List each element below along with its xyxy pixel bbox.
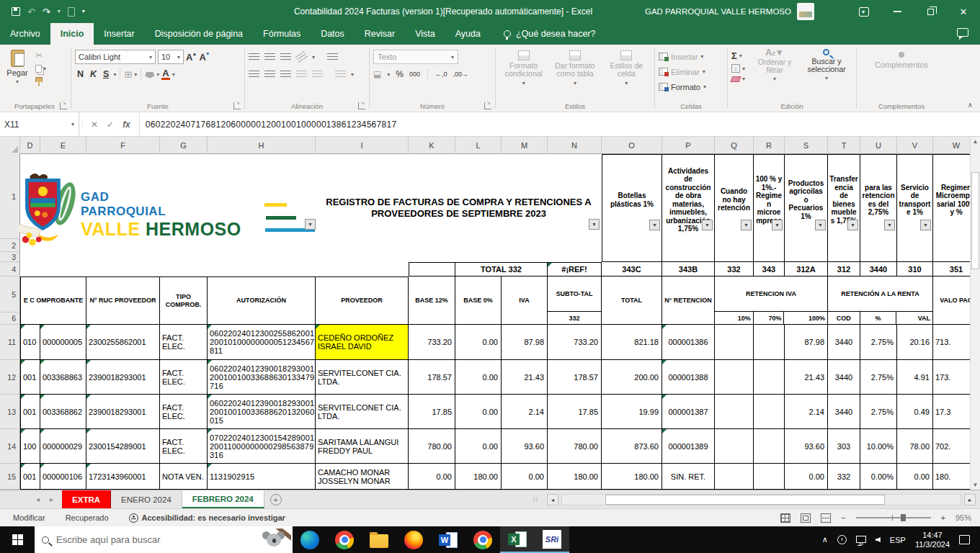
header-ruc[interactable]: Nº RUC PROVEEDOR [86, 276, 160, 325]
formula-input[interactable]: 0602202407176812060000012001001000001386… [140, 112, 980, 136]
header-10pct[interactable]: 10% [715, 312, 754, 324]
filter-dropdown-icon[interactable]: ▼ [772, 220, 783, 230]
header-proveedor[interactable]: PROVEEDOR [316, 276, 409, 325]
number-dialog-launcher-icon[interactable] [484, 102, 491, 109]
cut-button[interactable]: ✂ [35, 50, 46, 60]
cell-Q13[interactable] [715, 395, 754, 429]
sheet-tab-febrero[interactable]: FEBRERO 2024 [182, 490, 264, 508]
cell-S13[interactable]: 2.14 [785, 395, 828, 429]
taskbar-clock[interactable]: 14:47 11/3/2024 [915, 531, 950, 549]
column-header-U[interactable]: U [860, 137, 897, 154]
filter-dropdown-icon[interactable]: ▼ [649, 220, 660, 230]
account-area[interactable]: GAD PARROQUIAL VALLE HERMOSO [645, 0, 814, 23]
header-iva[interactable]: IVA [502, 276, 548, 325]
italic-button[interactable]: K [88, 69, 99, 79]
cell-M15[interactable]: 0.00 [502, 464, 548, 490]
align-center-icon[interactable] [264, 71, 275, 78]
name-box-dropdown-icon[interactable]: ▾ [71, 121, 74, 127]
column-header-I[interactable]: I [316, 137, 409, 154]
header-70pct[interactable]: 70% [754, 312, 785, 324]
format-cells-button[interactable]: Formato▾ [659, 79, 723, 94]
cell-K13[interactable]: 17.85 [409, 395, 455, 429]
row-header-13[interactable]: 13 [0, 395, 20, 429]
cell-M14[interactable]: 93.60 [502, 429, 548, 464]
header-tipo[interactable]: TIPO COMPROB. [160, 276, 208, 325]
cell-F12[interactable]: 2390018293001 [86, 360, 160, 395]
column-header-G[interactable]: G [160, 137, 208, 154]
language-indicator[interactable]: ESP [890, 536, 906, 544]
align-top-icon[interactable] [249, 53, 259, 60]
cell-D13[interactable]: 001 [20, 395, 40, 429]
align-middle-icon[interactable] [264, 53, 275, 60]
filter-dropdown-icon[interactable]: ▼ [920, 220, 931, 230]
koala-image[interactable] [255, 529, 291, 551]
taskbar-search-input[interactable]: Escribe aquí para buscar [35, 526, 293, 553]
cell-U13[interactable]: 2.75% [860, 395, 897, 429]
cell-I12[interactable]: SERVITELCONET CIA. LTDA. [316, 360, 409, 395]
horizontal-scrollbar-thumb[interactable] [605, 495, 885, 505]
cell-S15[interactable]: 0.00 [785, 464, 828, 490]
find-select-button[interactable]: Buscar y seleccionar▾ [801, 49, 852, 100]
cell-D12[interactable]: 001 [20, 360, 40, 395]
row-header-1[interactable]: 1 [0, 154, 20, 239]
header-agricolas[interactable]: Productos agricoilas o Pecuarios 1%▼ [785, 154, 828, 262]
vertical-scrollbar-thumb[interactable] [971, 172, 979, 269]
underline-button[interactable]: S [101, 69, 111, 79]
header-base0[interactable]: BASE 0% [455, 276, 502, 325]
cell-V15[interactable]: 0.00 [897, 464, 933, 490]
new-sheet-button[interactable]: + [270, 494, 282, 505]
cell-T4[interactable]: 312 [828, 262, 860, 276]
copy-button[interactable]: ▾ [35, 63, 46, 73]
header-num-retencion[interactable]: N° RETENCION [662, 276, 715, 325]
delete-cells-button[interactable]: Eliminar▾ [659, 64, 723, 79]
autosum-button[interactable]: Σ▾ [731, 50, 745, 61]
sheet-tab-extra[interactable]: EXTRA [62, 490, 111, 508]
cell-L11[interactable]: 0.00 [455, 325, 502, 360]
tab-ayuda[interactable]: Ayuda [445, 23, 491, 45]
cell-P11[interactable]: 000001386 [662, 325, 715, 360]
cell-R4[interactable]: 343 [754, 262, 785, 276]
tab-splitter-handle[interactable]: ⁞⁞ [533, 496, 538, 503]
header-construccion[interactable]: Actividades de construcción de obra mate… [662, 154, 715, 262]
taskbar-edge-button[interactable] [293, 526, 327, 553]
cell-S4[interactable]: 312A [785, 262, 828, 276]
cell-E12[interactable]: 003368863 [40, 360, 86, 395]
borders-icon[interactable]: ⊞ [124, 69, 132, 80]
zoom-out-icon[interactable]: − [841, 513, 845, 522]
accessibility-status[interactable]: Accesibilidad: es necesario investigar [129, 513, 285, 523]
tab-archivo[interactable]: Archivo [0, 23, 50, 45]
cell-G13[interactable]: FACT. ELEC. [160, 395, 208, 429]
column-header-S[interactable]: S [785, 137, 828, 154]
collapse-ribbon-icon[interactable]: ∧ [968, 101, 973, 109]
cell-P14[interactable]: 000001389 [662, 429, 715, 464]
column-header-M[interactable]: M [502, 137, 548, 154]
cell-S11[interactable]: 87.98 [785, 325, 828, 360]
cell-U12[interactable]: 2.75% [860, 360, 897, 395]
close-button[interactable]: ✕ [947, 0, 980, 23]
tray-clock-icon[interactable] [837, 535, 847, 544]
column-header-F[interactable]: F [86, 137, 160, 154]
cell-H14[interactable]: 0702202401230015428900120011000000000298… [208, 429, 316, 464]
cell-I13[interactable]: SERVITELCONET CIA. LTDA. [316, 395, 409, 429]
header-transporte[interactable]: Servicio de transporte 1%▼ [897, 154, 933, 262]
cell-U4[interactable]: 3440 [860, 262, 897, 276]
vertical-scrollbar[interactable]: ▲ ▼ [970, 137, 980, 490]
zoom-slider-thumb[interactable] [901, 514, 906, 521]
cell-K12[interactable]: 178.57 [409, 360, 455, 395]
cell-N13[interactable]: 17.85 [548, 395, 602, 429]
sheet-nav-right-icon[interactable]: ▸ [50, 495, 53, 503]
horizontal-scrollbar[interactable] [561, 494, 961, 505]
cell-V11[interactable]: 20.16 [897, 325, 933, 360]
fill-color-icon[interactable] [145, 72, 154, 78]
clipboard-dialog-launcher-icon[interactable] [60, 102, 67, 109]
action-center-icon[interactable] [959, 535, 970, 544]
filter-dropdown-icon[interactable]: ▼ [847, 220, 858, 230]
header-sin-retencion[interactable]: Cuando no hay retención▼ [715, 154, 754, 262]
filter-dropdown-icon[interactable]: ▼ [305, 219, 316, 230]
clear-button[interactable]: ▾ [731, 76, 745, 82]
redo-icon[interactable]: ↷ [43, 7, 50, 17]
cell-U14[interactable]: 10.00% [860, 429, 897, 464]
network-icon[interactable] [856, 536, 866, 543]
cell-F13[interactable]: 2390018293001 [86, 395, 160, 429]
addins-button[interactable]: Complementos [875, 60, 928, 69]
